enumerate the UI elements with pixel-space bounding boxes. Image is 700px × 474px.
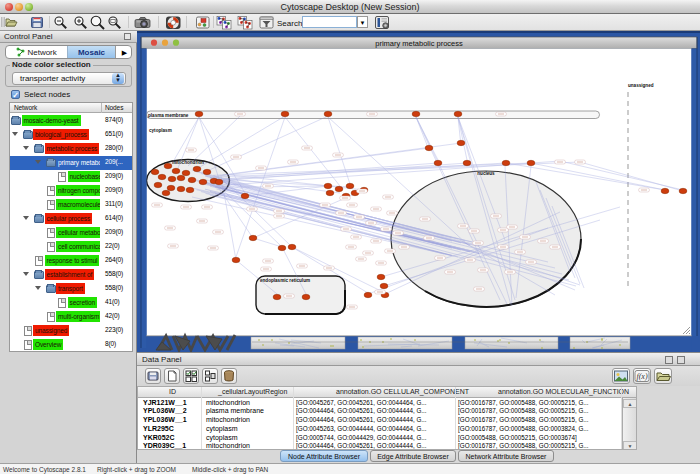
svg-text:endoplasmic reticulum: endoplasmic reticulum [260, 278, 310, 283]
svg-text:unassigned: unassigned [628, 83, 654, 88]
svg-text:plasma membrane: plasma membrane [148, 113, 189, 118]
svg-text:f(x): f(x) [636, 372, 647, 381]
svg-text:mitochondrion: mitochondrion [172, 160, 204, 165]
svg-text:primary metabolic process: primary metabolic process [375, 39, 463, 48]
svg-text:cytoplasm: cytoplasm [149, 128, 172, 133]
